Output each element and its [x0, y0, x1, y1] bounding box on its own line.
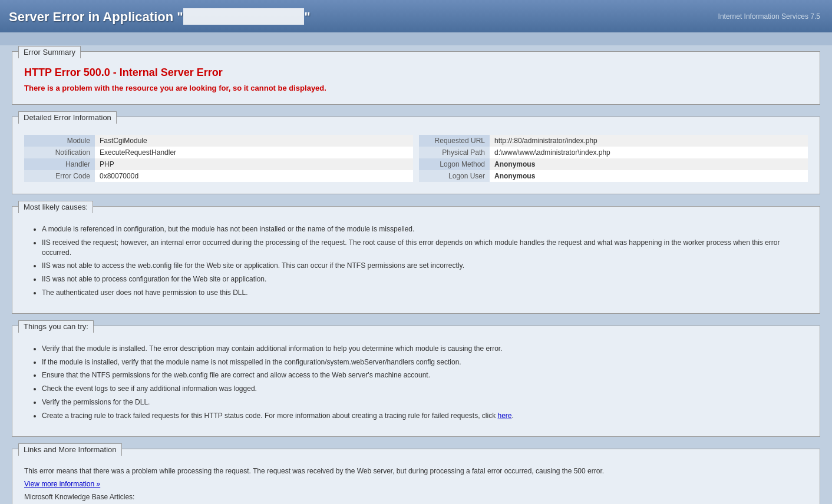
detailed-error-legend: Detailed Error Information [18, 111, 117, 124]
causes-list-item: The authenticated user does not have per… [42, 288, 808, 298]
links-description: This error means that there was a proble… [24, 467, 808, 475]
detail-right-col: Requested URLhttp://:80/administrator/in… [419, 135, 808, 182]
title-prefix: Server Error in Application " [9, 9, 183, 24]
error-subtitle: There is a problem with the resource you… [24, 84, 808, 92]
detailed-error-section: Detailed Error Information ModuleFastCgi… [12, 117, 820, 194]
links-more-info-legend: Links and More Information [18, 443, 122, 456]
error-summary-legend: Error Summary [18, 46, 81, 58]
causes-list: A module is referenced in configuration,… [42, 224, 808, 298]
try-list-item: Verify the permissions for the DLL. [42, 397, 808, 407]
main-content: Error Summary HTTP Error 500.0 - Interna… [0, 45, 832, 504]
causes-list-item: IIS was not able to process configuratio… [42, 274, 808, 284]
most-likely-causes-section: Most likely causes: A module is referenc… [12, 206, 820, 314]
things-to-try-legend: Things you can try: [18, 320, 94, 333]
try-list-item: Check the event logs to see if any addit… [42, 384, 808, 394]
things-to-try-section: Things you can try: Verify that the modu… [12, 326, 820, 437]
app-name-box [183, 8, 304, 25]
try-list-item: Verify that the module is installed. The… [42, 344, 808, 354]
try-list-item: Ensure that the NTFS permissions for the… [42, 370, 808, 380]
here-link[interactable]: here [497, 412, 511, 420]
error-summary-section: Error Summary HTTP Error 500.0 - Interna… [12, 51, 820, 105]
try-list-item: If the module is installed, verify that … [42, 357, 808, 367]
iis-version: Internet Information Services 7.5 [718, 12, 820, 21]
most-likely-causes-legend: Most likely causes: [18, 201, 93, 213]
page-title: Server Error in Application " " [9, 8, 311, 25]
view-more-link[interactable]: View more information » [24, 480, 808, 488]
causes-list-item: IIS received the request; however, an in… [42, 238, 808, 258]
title-suffix: " [304, 9, 310, 24]
try-list-item: Create a tracing rule to track failed re… [42, 411, 808, 421]
causes-list-item: IIS was not able to access the web.confi… [42, 261, 808, 271]
sub-header-bar [0, 32, 832, 45]
try-list: Verify that the module is installed. The… [42, 344, 808, 421]
detail-left-col: ModuleFastCgiModuleNotificationExecuteRe… [24, 135, 413, 182]
error-title: HTTP Error 500.0 - Internal Server Error [24, 67, 808, 79]
links-more-info-section: Links and More Information This error me… [12, 449, 820, 504]
causes-list-item: A module is referenced in configuration,… [42, 224, 808, 234]
detail-columns: ModuleFastCgiModuleNotificationExecuteRe… [24, 135, 808, 182]
page-header: Server Error in Application " " Internet… [0, 0, 832, 32]
kb-label: Microsoft Knowledge Base Articles: [24, 493, 808, 501]
